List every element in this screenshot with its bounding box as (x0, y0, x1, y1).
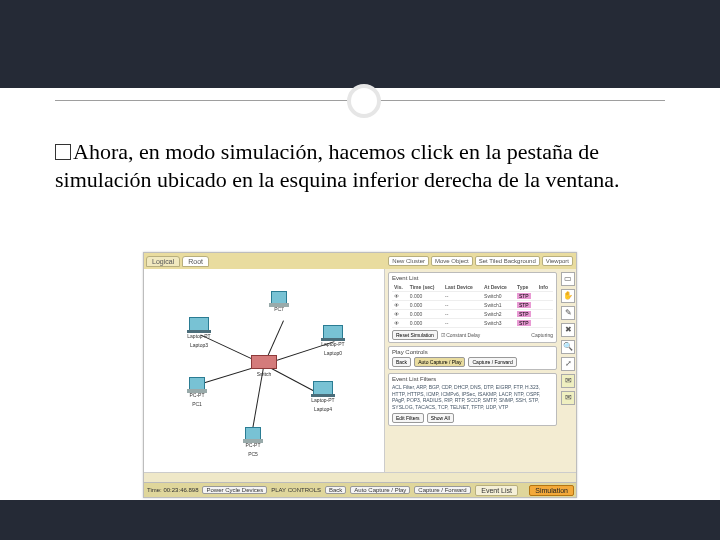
col-last: Last Device (443, 283, 482, 292)
reset-simulation-button[interactable]: Reset Simulation (392, 330, 438, 340)
event-filters-box: Event List Filters ACL Filter, ARP, BGP,… (388, 373, 557, 426)
event-list-title: Event List (392, 275, 553, 281)
btn-move-object[interactable]: Move Object (431, 256, 473, 266)
tool-note-icon[interactable]: ✎ (561, 306, 575, 320)
play-back-button[interactable]: Back (392, 357, 411, 367)
event-list-table: Vis. Time (sec) Last Device At Device Ty… (392, 283, 553, 328)
pc-icon (245, 427, 261, 440)
node-label: Laptop3 (186, 343, 212, 349)
col-type: Type (515, 283, 537, 292)
table-row[interactable]: 👁0.000--Switch2STP (392, 310, 553, 319)
tool-delete-icon[interactable]: ✖ (561, 323, 575, 337)
device-slot[interactable] (147, 475, 165, 481)
tool-select-icon[interactable]: ▭ (561, 272, 575, 286)
power-cycle-button[interactable]: Power Cycle Devices (202, 486, 267, 494)
show-all-button[interactable]: Show All (427, 413, 454, 423)
switch-icon (251, 355, 277, 369)
body-paragraph: Ahora, en modo simulación, hacemos click… (55, 138, 665, 193)
constant-delay-label[interactable]: Constant Delay (446, 332, 480, 338)
simulation-tab[interactable]: Simulation (529, 485, 574, 496)
node-label: Laptop-PT (310, 398, 336, 404)
topology-canvas[interactable]: PC7 Laptop-PT Laptop3 Laptop-PT Laptop0 … (144, 269, 385, 474)
play-controls-box: Play Controls Back Auto Capture / Play C… (388, 346, 557, 370)
node-label: Laptop-PT (320, 342, 346, 348)
table-row[interactable]: 👁0.000--Switch3STP (392, 319, 553, 328)
right-palette: ▭ ✋ ✎ ✖ 🔍 ⤢ ✉ ✉ (559, 269, 576, 476)
node-pc1[interactable]: PC-PT PC1 (184, 377, 210, 407)
play-controls-title: Play Controls (392, 349, 553, 355)
tool-resize-icon[interactable]: ⤢ (561, 357, 575, 371)
filters-title: Event List Filters (392, 376, 553, 382)
node-label: PC1 (184, 402, 210, 408)
node-label: PC-PT (240, 443, 266, 449)
body-text-content: Ahora, en modo simulación, hacemos click… (55, 139, 619, 192)
node-label: PC5 (240, 452, 266, 458)
col-info: Info (537, 283, 553, 292)
status-time: Time: 00:23:46.898 (147, 487, 198, 493)
status-play-label: PLAY CONTROLS (271, 487, 321, 493)
edit-filters-button[interactable]: Edit Filters (392, 413, 424, 423)
tool-hand-icon[interactable]: ✋ (561, 289, 575, 303)
table-row[interactable]: 👁0.000--Switch0STP (392, 292, 553, 301)
tool-inspect-icon[interactable]: 🔍 (561, 340, 575, 354)
event-list-tab[interactable]: Event List (475, 485, 518, 496)
table-row[interactable]: 👁0.000--Switch1STP (392, 301, 553, 310)
col-at: At Device (482, 283, 515, 292)
pc-icon (189, 377, 205, 390)
node-switch[interactable]: Switch (251, 355, 277, 378)
event-list-box: Event List Vis. Time (sec) Last Device A… (388, 272, 557, 343)
status-auto-button[interactable]: Auto Capture / Play (350, 486, 410, 494)
btn-new-cluster[interactable]: New Cluster (388, 256, 429, 266)
node-label: Laptop4 (310, 407, 336, 413)
pc-icon (271, 291, 287, 304)
auto-capture-button[interactable]: Auto Capture / Play (414, 357, 465, 367)
capture-forward-button[interactable]: Capture / Forward (468, 357, 516, 367)
laptop-icon (189, 317, 209, 331)
filters-list: ACL Filter, ARP, BGP, CDP, DHCP, DNS, DT… (392, 384, 553, 410)
node-pc7[interactable]: PC7 (266, 291, 292, 313)
laptop-icon (323, 325, 343, 339)
status-back-button[interactable]: Back (325, 486, 346, 494)
node-pc5[interactable]: PC-PT PC5 (240, 427, 266, 457)
node-laptop0[interactable]: Laptop-PT Laptop0 (320, 325, 346, 356)
btn-viewport[interactable]: Viewport (542, 256, 573, 266)
tool-pdu2-icon[interactable]: ✉ (561, 391, 575, 405)
tab-root[interactable]: Root (182, 256, 209, 267)
packet-tracer-screenshot: Logical Root New Cluster Move Object Set… (143, 252, 577, 498)
status-bar: Time: 00:23:46.898 Power Cycle Devices P… (144, 482, 576, 497)
pt-top-toolbar: Logical Root New Cluster Move Object Set… (144, 253, 576, 270)
tab-logical[interactable]: Logical (146, 256, 180, 267)
node-label: Switch (251, 372, 277, 378)
capturing-label: Capturing (531, 332, 553, 338)
simulation-panel: Event List Vis. Time (sec) Last Device A… (384, 269, 560, 473)
status-fwd-button[interactable]: Capture / Forward (414, 486, 470, 494)
node-laptop4[interactable]: Laptop-PT Laptop4 (310, 381, 336, 412)
tool-pdu-icon[interactable]: ✉ (561, 374, 575, 388)
col-vis: Vis. (392, 283, 408, 292)
node-laptop3[interactable]: Laptop-PT Laptop3 (186, 317, 212, 348)
node-label: Laptop0 (320, 351, 346, 357)
slide-footer-band (0, 500, 720, 540)
node-label: PC-PT (184, 393, 210, 399)
col-time: Time (sec) (408, 283, 443, 292)
btn-tiled-bg[interactable]: Set Tiled Background (475, 256, 540, 266)
node-label: PC7 (266, 307, 292, 313)
bullet-icon (55, 144, 71, 160)
node-label: Laptop-PT (186, 334, 212, 340)
slide-header-band (0, 0, 720, 88)
laptop-icon (313, 381, 333, 395)
decorative-ring (347, 84, 381, 118)
